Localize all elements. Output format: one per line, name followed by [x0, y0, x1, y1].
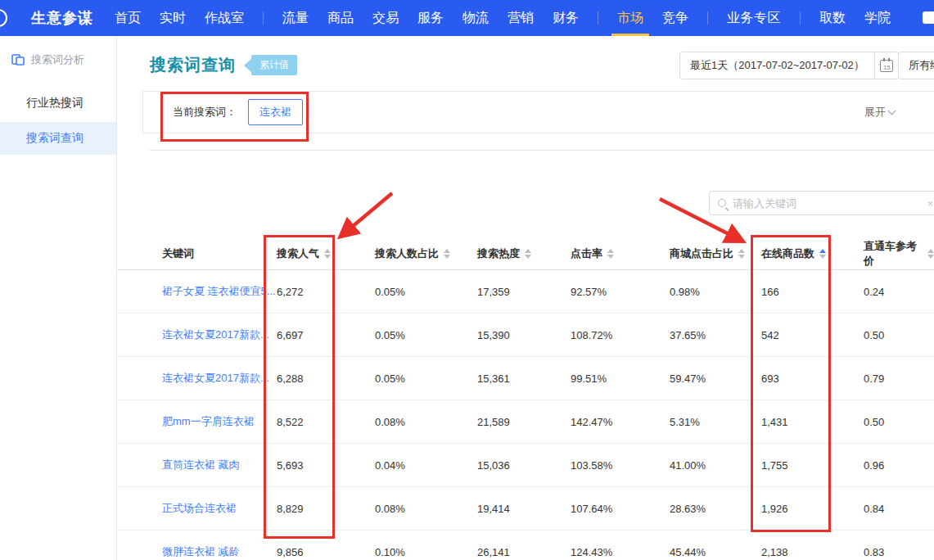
clear-icon[interactable]: ×	[927, 197, 933, 210]
cell-online-products: 1,926	[761, 503, 864, 515]
cell-search-popularity: 6,697	[277, 329, 375, 341]
nav-item-marketing[interactable]: 营销	[508, 0, 534, 36]
col-header-ztc-ref-price[interactable]: 直通车参考价	[864, 239, 934, 269]
cell-search-popularity: 6,272	[277, 286, 375, 298]
expand-label: 展开	[864, 106, 886, 118]
current-search-term-label: 当前搜索词：	[173, 105, 237, 120]
panel-divider	[150, 150, 934, 151]
sidebar-item-search-term-query[interactable]: 搜索词查询	[0, 122, 116, 155]
sort-icon-active[interactable]	[819, 249, 826, 259]
nav-item-data-fetch[interactable]: 取数	[819, 0, 846, 36]
cell-ztc-ref-price: 0.84	[864, 503, 934, 515]
sidebar-item-industry-hot-words[interactable]: 行业热搜词	[0, 87, 116, 120]
badge-label: 累计值	[251, 55, 297, 75]
nav-item-goods[interactable]: 商品	[327, 0, 354, 36]
cell-click-rate: 92.57%	[571, 286, 670, 298]
terminal-label: 所有终端	[909, 58, 934, 73]
col-header-mall-click-share[interactable]: 商城点击占比	[670, 246, 761, 261]
nav-divider	[707, 11, 708, 25]
cell-mall-click-share: 41.00%	[670, 459, 761, 472]
col-header-search-heat[interactable]: 搜索热度	[477, 246, 571, 261]
cell-search-popularity: 9,856	[277, 546, 375, 558]
keyword-link[interactable]: 正式场合连衣裙	[117, 501, 277, 516]
calendar-icon: 15	[880, 60, 893, 72]
table-row: 连衣裙女夏2017新款... 6,697 0.05% 15,390 108.72…	[117, 314, 934, 357]
current-search-term-panel: 当前搜索词： 连衣裙	[142, 91, 934, 133]
cell-search-heat: 15,390	[477, 329, 571, 341]
table-row: 连衣裙女夏2017新款... 6,288 0.05% 15,361 99.51%…	[117, 357, 934, 400]
cell-mall-click-share: 45.44%	[670, 546, 761, 558]
cell-search-popularity: 6,288	[277, 373, 375, 385]
calendar-button[interactable]: 15	[874, 52, 899, 79]
badge-arrow-icon	[244, 59, 251, 72]
keyword-link[interactable]: 直筒连衣裙 藏肉	[117, 458, 277, 472]
date-range-picker[interactable]: 最近1天（2017-07-02~2017-07-02） 15	[679, 52, 900, 79]
keyword-search-input[interactable]	[733, 197, 905, 210]
cell-online-products: 1,755	[761, 459, 864, 472]
table-row: 正式场合连衣裙 8,829 0.08% 19,414 107.64% 28.63…	[117, 487, 934, 531]
col-header-click-rate[interactable]: 点击率	[571, 246, 670, 261]
sort-icon[interactable]	[927, 249, 934, 259]
col-header-searcher-share[interactable]: 搜索人数占比	[375, 246, 477, 261]
cell-search-heat: 15,361	[477, 373, 571, 385]
nav-item-realtime[interactable]: 实时	[160, 0, 186, 36]
nav-item-home[interactable]: 首页	[115, 0, 141, 36]
brand-logo-icon	[0, 9, 7, 27]
nav-item-warroom[interactable]: 作战室	[205, 0, 244, 36]
brand-name[interactable]: 生意参谋	[31, 8, 93, 28]
cell-searcher-share: 0.05%	[375, 329, 477, 341]
nav-item-trade[interactable]: 交易	[372, 0, 399, 36]
sort-icon[interactable]	[607, 249, 614, 259]
nav-item-market[interactable]: 市场	[617, 0, 643, 36]
mail-icon[interactable]	[923, 11, 934, 24]
sidebar-group-label: 搜索词分析	[31, 52, 84, 67]
table-header-row: 关键词 搜索人气 搜索人数占比 搜索热度 点击率 商城点击占比 在线商品数 直通…	[117, 237, 934, 270]
nav-divider	[263, 11, 264, 25]
nav-item-service[interactable]: 服务	[417, 0, 444, 36]
table-row: 裙子女夏 连衣裙便宜5... 6,272 0.05% 17,359 92.57%…	[117, 270, 934, 314]
cell-click-rate: 124.43%	[571, 546, 670, 558]
cell-online-products: 166	[761, 286, 864, 298]
cell-mall-click-share: 59.47%	[670, 373, 761, 385]
sort-icon[interactable]	[738, 249, 745, 259]
cell-ztc-ref-price: 0.83	[864, 546, 934, 558]
cell-search-heat: 15,036	[477, 459, 571, 472]
keyword-search-box[interactable]: ×	[709, 191, 934, 215]
cell-online-products: 542	[761, 329, 864, 341]
cell-mall-click-share: 28.63%	[670, 503, 761, 515]
cell-searcher-share: 0.10%	[375, 546, 477, 558]
nav-divider	[598, 11, 598, 25]
current-keyword-chip[interactable]: 连衣裙	[248, 99, 303, 125]
date-range-label: 最近1天（2017-07-02~2017-07-02）	[680, 58, 874, 73]
cell-mall-click-share: 5.31%	[670, 416, 761, 428]
cell-click-rate: 103.58%	[571, 459, 670, 472]
keyword-link[interactable]: 微胖连衣裙 减龄	[117, 544, 277, 559]
nav-item-traffic[interactable]: 流量	[282, 0, 309, 36]
cell-search-popularity: 8,522	[277, 416, 375, 428]
col-header-online-products[interactable]: 在线商品数	[761, 246, 864, 261]
table-row: 肥mm一字肩连衣裙 8,522 0.08% 21,589 142.47% 5.3…	[117, 400, 934, 444]
col-header-search-popularity[interactable]: 搜索人气	[277, 246, 375, 261]
sort-icon[interactable]	[525, 249, 531, 259]
sort-icon[interactable]	[444, 249, 450, 259]
table-body: 裙子女夏 连衣裙便宜5... 6,272 0.05% 17,359 92.57%…	[117, 270, 934, 560]
keyword-link[interactable]: 连衣裙女夏2017新款...	[117, 327, 277, 342]
keyword-link[interactable]: 连衣裙女夏2017新款...	[117, 371, 277, 386]
cell-ztc-ref-price: 0.79	[864, 373, 934, 385]
cell-ztc-ref-price: 0.24	[864, 286, 934, 298]
keyword-link[interactable]: 肥mm一字肩连衣裙	[117, 414, 277, 429]
cell-click-rate: 108.72%	[571, 329, 670, 341]
nav-item-logistics[interactable]: 物流	[462, 0, 489, 36]
sort-icon[interactable]	[324, 249, 331, 259]
cell-search-heat: 21,589	[477, 416, 571, 428]
nav-item-academy[interactable]: 学院	[864, 0, 891, 36]
keyword-link[interactable]: 裙子女夏 连衣裙便宜5...	[117, 284, 277, 299]
cell-searcher-share: 0.08%	[375, 416, 477, 428]
nav-item-business-zone[interactable]: 业务专区	[727, 0, 781, 36]
cell-search-heat: 17,359	[477, 286, 571, 298]
terminal-select[interactable]: 所有终端	[898, 52, 934, 79]
nav-item-finance[interactable]: 财务	[553, 0, 579, 36]
cell-searcher-share: 0.04%	[375, 459, 477, 472]
nav-item-competition[interactable]: 竞争	[662, 0, 688, 36]
expand-link[interactable]: 展开	[864, 105, 895, 120]
